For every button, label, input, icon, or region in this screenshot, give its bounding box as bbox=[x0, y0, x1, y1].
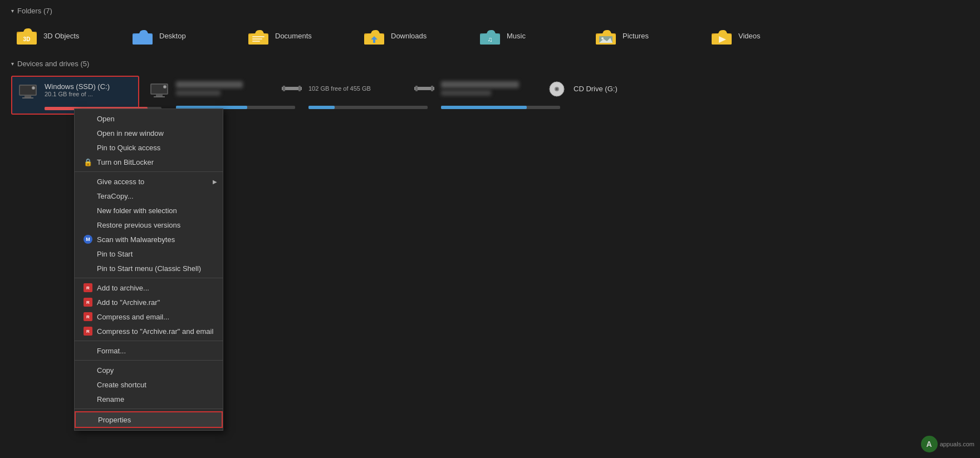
ctx-restore-previous-label: Restore previous versions bbox=[97, 221, 180, 229]
svg-text:3D: 3D bbox=[23, 36, 31, 42]
ctx-copy-label: Copy bbox=[97, 366, 114, 375]
ctx-compress-email[interactable]: R Compress and email... bbox=[75, 309, 223, 324]
folder-item-videos[interactable]: Videos bbox=[706, 23, 817, 48]
ctx-format[interactable]: Format... bbox=[75, 343, 223, 358]
ctx-create-shortcut[interactable]: Create shortcut bbox=[75, 377, 223, 392]
svg-rect-8 bbox=[252, 38, 262, 40]
separator-3 bbox=[75, 341, 223, 341]
drive-name-c: Windows (SSD) (C:) bbox=[45, 82, 134, 91]
drive-space-d bbox=[176, 90, 220, 96]
watermark-text: appuals.com bbox=[940, 441, 974, 447]
ctx-properties[interactable]: Properties bbox=[75, 411, 223, 428]
ctx-compress-email-label: Compress and email... bbox=[97, 313, 169, 321]
ctx-bitlocker-label: Turn on BitLocker bbox=[97, 158, 154, 166]
ctx-give-access[interactable]: Give access to ▶ bbox=[75, 174, 223, 189]
svg-rect-26 bbox=[24, 96, 31, 97]
folder-label-desktop: Desktop bbox=[159, 32, 186, 40]
ctx-give-access-label: Give access to bbox=[97, 178, 144, 186]
svg-rect-7 bbox=[252, 36, 264, 37]
ctx-add-archive[interactable]: R Add to archive... bbox=[75, 280, 223, 295]
ctx-rename[interactable]: Rename bbox=[75, 392, 223, 406]
rar-icon-2: R bbox=[84, 298, 92, 307]
drive-item-f[interactable] bbox=[409, 76, 537, 115]
rar-icon-3: R bbox=[84, 312, 92, 321]
drive-bar-fill-e bbox=[308, 106, 335, 109]
ctx-pin-start-label: Pin to Start bbox=[97, 250, 133, 258]
folders-grid: 3D 3D Objects Desktop bbox=[11, 23, 969, 48]
open-new-window-icon bbox=[84, 129, 92, 137]
ctx-pin-quick-access[interactable]: Pin to Quick access bbox=[75, 140, 223, 155]
devices-title: Devices and drives (5) bbox=[17, 60, 89, 68]
drive-icon-g bbox=[546, 79, 568, 98]
drive-icon-c bbox=[17, 80, 39, 99]
teracopy-icon bbox=[84, 191, 92, 200]
svg-point-29 bbox=[33, 87, 35, 89]
ctx-open-new-window[interactable]: Open in new window bbox=[75, 126, 223, 140]
folder-item-music[interactable]: ♫ Music bbox=[474, 23, 586, 48]
ctx-open[interactable]: Open bbox=[75, 111, 223, 126]
drive-name-g: CD Drive (G:) bbox=[574, 85, 637, 93]
ctx-malwarebytes-label: Scan with Malwarebytes bbox=[97, 235, 175, 244]
devices-section-header: ▾ Devices and drives (5) bbox=[11, 60, 969, 68]
folder-item-pictures[interactable]: Pictures bbox=[590, 23, 702, 48]
folders-chevron: ▾ bbox=[11, 8, 14, 14]
rar-icon-4: R bbox=[84, 327, 92, 336]
folders-section-header: ▾ Folders (7) bbox=[11, 7, 969, 15]
pin-start-menu-icon bbox=[84, 264, 92, 273]
downloads-icon bbox=[363, 26, 385, 45]
folder-item-desktop[interactable]: Desktop bbox=[127, 23, 238, 48]
ctx-malwarebytes[interactable]: M Scan with Malwarebytes bbox=[75, 232, 223, 247]
copy-icon bbox=[84, 366, 92, 375]
svg-rect-32 bbox=[156, 95, 163, 96]
folder-item-documents[interactable]: Documents bbox=[243, 23, 354, 48]
ctx-restore-previous[interactable]: Restore previous versions bbox=[75, 218, 223, 232]
drive-info-d bbox=[176, 81, 267, 96]
drive-item-g[interactable]: CD Drive (G:) bbox=[541, 76, 641, 115]
3dobjects-icon: 3D bbox=[16, 26, 38, 45]
folders-title: Folders (7) bbox=[17, 7, 52, 15]
drive-icon-f bbox=[413, 79, 435, 98]
svg-point-35 bbox=[164, 86, 166, 88]
ctx-add-archive-rar[interactable]: R Add to "Archive.rar" bbox=[75, 295, 223, 309]
folder-label-videos: Videos bbox=[738, 32, 761, 40]
videos-icon bbox=[710, 26, 733, 45]
ctx-format-label: Format... bbox=[97, 347, 126, 355]
ctx-pin-quick-access-label: Pin to Quick access bbox=[97, 144, 160, 152]
bitlocker-icon: 🔒 bbox=[84, 157, 92, 166]
drive-info-c: Windows (SSD) (C:) 20.1 GB free of ... bbox=[45, 82, 134, 97]
rename-icon bbox=[84, 395, 92, 403]
ctx-properties-label: Properties bbox=[98, 416, 131, 424]
folder-item-downloads[interactable]: Downloads bbox=[359, 23, 470, 48]
folder-item-3dobjects[interactable]: 3D 3D Objects bbox=[11, 23, 122, 48]
context-menu: Open Open in new window Pin to Quick acc… bbox=[74, 109, 223, 431]
drive-info-g: CD Drive (G:) bbox=[574, 85, 637, 93]
folder-label-downloads: Downloads bbox=[391, 32, 427, 40]
drive-name-d bbox=[176, 81, 243, 88]
svg-rect-27 bbox=[22, 97, 33, 99]
ctx-rename-label: Rename bbox=[97, 395, 124, 403]
ctx-pin-start[interactable]: Pin to Start bbox=[75, 247, 223, 261]
ctx-new-folder-selection-label: New folder with selection bbox=[97, 206, 177, 215]
ctx-pin-start-menu[interactable]: Pin to Start menu (Classic Shell) bbox=[75, 261, 223, 275]
separator-5 bbox=[75, 408, 223, 409]
ctx-compress-email-rar[interactable]: R Compress to "Archive.rar" and email bbox=[75, 324, 223, 338]
ctx-new-folder-selection[interactable]: New folder with selection bbox=[75, 203, 223, 218]
malwarebytes-icon: M bbox=[84, 235, 92, 244]
ctx-copy[interactable]: Copy bbox=[75, 363, 223, 377]
ctx-teracopy[interactable]: TeraCopy... bbox=[75, 189, 223, 203]
rar-icon-1: R bbox=[84, 283, 92, 292]
separator-4 bbox=[75, 360, 223, 361]
drive-icon-e bbox=[281, 79, 303, 98]
create-shortcut-icon bbox=[84, 380, 92, 389]
svg-rect-33 bbox=[154, 96, 165, 97]
file-explorer-content: ▾ Folders (7) 3D 3D Objects bbox=[0, 0, 980, 121]
ctx-open-label: Open bbox=[97, 115, 115, 123]
restore-previous-icon bbox=[84, 220, 92, 229]
drive-space-e: 102 GB free of 455 GB bbox=[308, 85, 400, 92]
ctx-pin-start-menu-label: Pin to Start menu (Classic Shell) bbox=[97, 264, 201, 273]
pictures-icon bbox=[595, 26, 617, 45]
drive-item-e[interactable]: 102 GB free of 455 GB bbox=[276, 76, 404, 115]
ctx-bitlocker[interactable]: 🔒 Turn on BitLocker bbox=[75, 155, 223, 169]
folder-label-3dobjects: 3D Objects bbox=[43, 32, 79, 40]
ctx-open-new-window-label: Open in new window bbox=[97, 129, 164, 137]
